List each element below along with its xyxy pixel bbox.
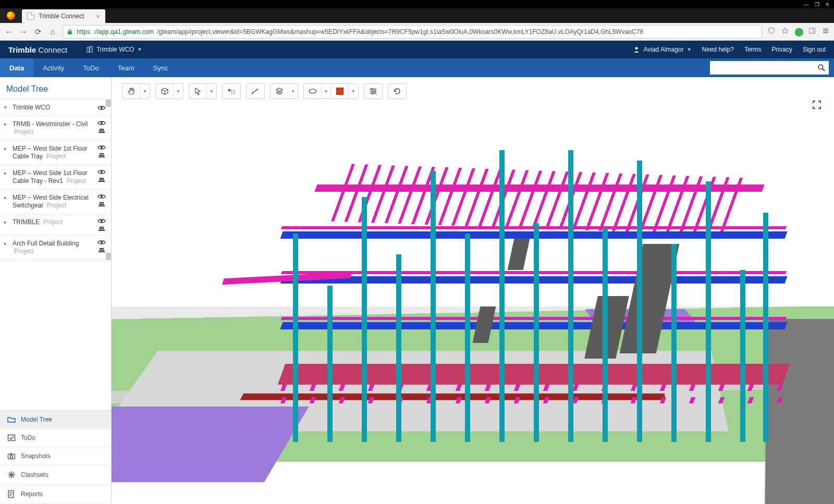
- viewer[interactable]: ▼ ▼ ▼ ▼ ▼ ▼: [112, 77, 834, 504]
- os-maximize[interactable]: ❐: [813, 1, 820, 7]
- search-icon: [817, 64, 826, 72]
- svg-point-32: [101, 220, 103, 222]
- collapse-icon[interactable]: ▾: [4, 104, 9, 112]
- svg-point-54: [371, 88, 372, 90]
- user-name: Aviad Almagor: [643, 46, 683, 53]
- clip-tool[interactable]: [304, 84, 322, 99]
- shield-icon[interactable]: [767, 27, 776, 36]
- settings-tool[interactable]: [364, 84, 382, 99]
- tree-scroll[interactable]: ▾ Trimble WCO ▸TRMB - Westminster - Civi…: [0, 100, 111, 260]
- project-selector[interactable]: Trimble WCO ▼: [86, 46, 142, 53]
- view-cube[interactable]: [156, 84, 174, 99]
- layers-dropdown[interactable]: ▼: [288, 84, 298, 99]
- layer-toggle[interactable]: [98, 128, 105, 133]
- sidebar-panel-label: Snapshots: [21, 452, 51, 460]
- sidebar: Model Tree ▾ Trimble WCO ▸TRMB - Westmin…: [0, 77, 112, 504]
- expand-icon[interactable]: ▸: [4, 240, 9, 255]
- nav-forward-icon[interactable]: →: [19, 27, 28, 36]
- user-menu[interactable]: Aviad Almagor ▼: [633, 46, 691, 53]
- svg-point-42: [10, 456, 13, 458]
- os-minimize[interactable]: —: [803, 1, 810, 7]
- svg-rect-1: [810, 28, 815, 33]
- svg-rect-38: [99, 250, 104, 251]
- expand-icon[interactable]: ▸: [4, 218, 9, 231]
- layer-toggle[interactable]: [98, 177, 105, 182]
- hamburger-icon[interactable]: [821, 27, 830, 36]
- visibility-toggle[interactable]: [97, 120, 106, 126]
- address-bar[interactable]: https ://app.qa1.gteam.com /gteam/app#pr…: [63, 25, 762, 39]
- tab-team[interactable]: Team: [108, 58, 144, 77]
- sidebar-panel-snapshots[interactable]: Snapshots: [0, 447, 111, 465]
- firefox-icon: [7, 11, 15, 20]
- tree-item[interactable]: ▸MEP – West Side 1st Floor Cable Tray - …: [0, 165, 111, 190]
- view-cube-dropdown[interactable]: ▼: [174, 84, 183, 99]
- tree-root[interactable]: ▾ Trimble WCO: [0, 100, 111, 116]
- fullscreen-button[interactable]: [812, 100, 821, 109]
- tree-item-tag: Project: [14, 248, 33, 255]
- reset-view[interactable]: [388, 84, 406, 99]
- firefox-menu[interactable]: [0, 8, 22, 23]
- tab-sync[interactable]: Sync: [144, 58, 178, 77]
- tree-item[interactable]: ▸TRMB - Westminster - Civil Project: [0, 116, 111, 141]
- visibility-toggle[interactable]: [97, 169, 106, 175]
- brand[interactable]: Trimble Connect: [8, 45, 67, 54]
- tab-todo[interactable]: ToDo: [73, 58, 108, 77]
- visibility-toggle[interactable]: [97, 240, 106, 245]
- tree-item[interactable]: ▸Arch Full Detail Building Project: [0, 236, 111, 260]
- signout-link[interactable]: Sign out: [803, 46, 826, 53]
- os-close[interactable]: ✕: [824, 1, 831, 7]
- search-button[interactable]: [814, 61, 829, 75]
- building-icon: [86, 46, 93, 53]
- url-protocol: https: [77, 28, 90, 35]
- visibility-toggle[interactable]: [97, 145, 106, 150]
- tree-item[interactable]: ▸TRIMBLE Project: [0, 214, 111, 236]
- select-tool[interactable]: [189, 84, 207, 99]
- tab-data[interactable]: Data: [0, 58, 33, 77]
- hide-tool[interactable]: [223, 84, 240, 99]
- layer-toggle[interactable]: [98, 152, 105, 157]
- measure-tool[interactable]: [247, 84, 264, 99]
- tree-item-label: TRMB - Westminster - Civil Project: [13, 120, 94, 136]
- color-swatch[interactable]: [331, 84, 349, 99]
- sidebar-panel-todo[interactable]: ToDo: [0, 429, 111, 447]
- star-icon[interactable]: [781, 27, 789, 36]
- expand-icon[interactable]: ▸: [4, 169, 9, 185]
- extension-icon[interactable]: ⬤: [794, 27, 803, 36]
- layer-toggle[interactable]: [98, 226, 105, 231]
- tab-activity[interactable]: Activity: [33, 58, 73, 77]
- tree-item[interactable]: ▸MEP – West Side 1st Floor Cable Tray Pr…: [0, 141, 111, 165]
- sidebar-panel-reports[interactable]: Reports: [0, 485, 111, 504]
- 3d-canvas[interactable]: [112, 77, 834, 504]
- layer-toggle[interactable]: [98, 201, 105, 206]
- privacy-link[interactable]: Privacy: [772, 46, 792, 53]
- need-help-link[interactable]: Need help?: [702, 46, 734, 53]
- tree-item-tag: Project: [66, 177, 85, 185]
- pan-tool-dropdown[interactable]: ▼: [140, 84, 150, 99]
- visibility-toggle[interactable]: [97, 194, 106, 199]
- svg-rect-37: [100, 248, 104, 249]
- nav-back-icon[interactable]: ←: [4, 27, 14, 36]
- layer-toggle[interactable]: [98, 247, 105, 252]
- expand-icon[interactable]: ▸: [4, 145, 9, 161]
- sidebar-panel-clashsets[interactable]: Clashsets: [0, 465, 111, 485]
- tab-close-icon[interactable]: ×: [96, 13, 100, 20]
- visibility-toggle[interactable]: [97, 105, 106, 110]
- nav-home-icon[interactable]: ⌂: [48, 27, 57, 36]
- clip-dropdown[interactable]: ▼: [322, 84, 331, 99]
- expand-icon[interactable]: ▸: [4, 194, 9, 210]
- svg-point-24: [101, 171, 103, 173]
- select-tool-dropdown[interactable]: ▼: [207, 84, 216, 99]
- sidebar-panel-model-tree[interactable]: Model Tree: [0, 411, 111, 429]
- layers-tool[interactable]: [271, 84, 288, 99]
- visibility-toggle[interactable]: [97, 218, 106, 224]
- panel-icon[interactable]: [808, 27, 816, 36]
- search-input[interactable]: [710, 61, 814, 75]
- color-dropdown[interactable]: ▼: [349, 84, 358, 99]
- nav-reload-icon[interactable]: ⟳: [33, 27, 43, 36]
- browser-toolbar: ← → ⟳ ⌂ https ://app.qa1.gteam.com /gtea…: [0, 23, 834, 41]
- terms-link[interactable]: Terms: [744, 46, 762, 53]
- expand-icon[interactable]: ▸: [4, 120, 9, 136]
- tree-item[interactable]: ▸MEP – West Side Electrical Switchgear P…: [0, 190, 111, 214]
- browser-tab[interactable]: Trimble Connect ×: [22, 9, 105, 23]
- pan-tool[interactable]: [122, 84, 140, 99]
